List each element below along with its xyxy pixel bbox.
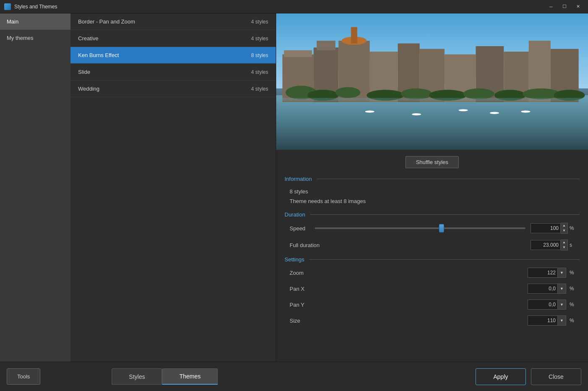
app-body: Main My themes Border - Pan and Zoom 4 s… — [0, 13, 588, 362]
size-dropdown-group: ▼ — [528, 315, 566, 326]
title-bar: Styles and Themes ─ ☐ ✕ — [0, 0, 588, 13]
pan-x-row: Pan X ▼ % — [285, 284, 580, 294]
duration-section-header: Duration — [285, 211, 580, 218]
style-count-info: 8 styles — [285, 187, 580, 196]
settings-divider — [309, 259, 580, 260]
close-window-button[interactable]: ✕ — [572, 3, 584, 11]
size-dropdown-arrow[interactable]: ▼ — [558, 315, 566, 326]
speed-slider-thumb[interactable] — [439, 224, 444, 232]
pan-x-input[interactable] — [528, 284, 558, 294]
pan-x-unit: % — [570, 286, 575, 292]
close-button[interactable]: Close — [531, 368, 581, 385]
svg-rect-1 — [276, 95, 588, 150]
pan-x-dropdown-arrow[interactable]: ▼ — [558, 284, 566, 294]
sidebar: Main My themes — [0, 13, 71, 362]
svg-rect-27 — [276, 98, 588, 101]
full-duration-number-group: ▲ ▼ s — [531, 240, 575, 250]
speed-spinner: ▲ ▼ — [561, 223, 568, 234]
theme-row-wedding[interactable]: Wedding 4 styles — [71, 81, 276, 97]
pan-y-dropdown-group: ▼ — [528, 300, 566, 310]
theme-row-border[interactable]: Border - Pan and Zoom 4 styles — [71, 13, 276, 30]
speed-down-button[interactable]: ▼ — [561, 228, 567, 233]
settings-label: Settings — [285, 256, 304, 263]
size-input-group: ▼ % — [528, 315, 575, 326]
speed-slider-area[interactable] — [315, 227, 525, 229]
bottom-left: Tools Styles Themes — [7, 368, 476, 385]
sidebar-item-my-themes[interactable]: My themes — [0, 30, 71, 46]
svg-point-28 — [365, 110, 374, 112]
size-label: Size — [290, 318, 344, 324]
speed-label: Speed — [290, 225, 315, 232]
full-duration-row: Full duration ▲ ▼ s — [285, 240, 580, 250]
svg-point-19 — [335, 87, 360, 98]
minimize-button[interactable]: ─ — [545, 3, 557, 11]
bottom-right: Apply Close — [476, 368, 581, 385]
svg-point-30 — [459, 109, 468, 111]
information-section-header: Information — [285, 176, 580, 182]
sidebar-item-main[interactable]: Main — [0, 13, 71, 30]
pan-y-unit: % — [570, 302, 575, 308]
svg-rect-3 — [284, 50, 312, 57]
zoom-label: Zoom — [290, 270, 344, 276]
speed-slider-track[interactable] — [315, 227, 525, 229]
svg-point-32 — [521, 110, 530, 112]
zoom-dropdown-group: ▼ — [528, 268, 566, 278]
shuffle-row: Shuffle styles — [285, 156, 580, 168]
full-duration-spinner: ▲ ▼ — [561, 240, 568, 250]
speed-unit: % — [570, 225, 575, 231]
right-panel: Shuffle styles Information 8 styles Them… — [276, 13, 588, 362]
size-row: Size ▼ % — [285, 315, 580, 326]
svg-point-29 — [412, 113, 421, 115]
svg-point-21 — [401, 89, 432, 99]
pan-y-input[interactable] — [528, 300, 558, 310]
preview-canvas — [276, 13, 588, 150]
shuffle-styles-button[interactable]: Shuffle styles — [405, 156, 459, 168]
pan-x-dropdown-group: ▼ — [528, 284, 566, 294]
size-input[interactable] — [528, 315, 558, 326]
theme-row-ken-burns[interactable]: Ken Burns Effect 8 styles — [71, 47, 276, 64]
speed-row: Speed ▲ ▼ % — [285, 223, 580, 234]
bottom-bar: Tools Styles Themes Apply Close — [0, 362, 588, 391]
speed-input-group: ▲ ▼ % — [531, 223, 575, 234]
speed-slider-fill — [315, 227, 441, 229]
pan-x-label: Pan X — [290, 286, 344, 292]
zoom-row: Zoom ▼ % — [285, 268, 580, 278]
theme-row-creative[interactable]: Creative 4 styles — [71, 30, 276, 47]
title-bar-title: Styles and Themes — [14, 4, 545, 10]
speed-up-button[interactable]: ▲ — [561, 223, 567, 228]
maximize-button[interactable]: ☐ — [559, 3, 570, 11]
apply-button[interactable]: Apply — [476, 368, 526, 385]
svg-rect-5 — [317, 41, 336, 50]
preview-area — [276, 13, 588, 150]
pan-y-row: Pan Y ▼ % — [285, 300, 580, 310]
tab-themes[interactable]: Themes — [162, 368, 218, 385]
information-divider — [317, 179, 580, 179]
duration-divider — [310, 214, 580, 215]
information-label: Information — [285, 176, 312, 182]
app-icon — [4, 3, 11, 10]
tab-styles[interactable]: Styles — [112, 368, 162, 385]
svg-point-31 — [490, 112, 499, 114]
duration-label: Duration — [285, 211, 305, 218]
full-duration-input-group: ▲ ▼ s — [531, 240, 575, 250]
pan-x-input-group: ▼ % — [528, 284, 575, 294]
pan-y-input-group: ▼ % — [528, 300, 575, 310]
svg-rect-8 — [351, 27, 357, 44]
full-duration-unit: s — [570, 242, 575, 248]
zoom-input[interactable] — [528, 268, 558, 278]
full-duration-up-button[interactable]: ▲ — [561, 240, 567, 245]
pan-y-label: Pan Y — [290, 302, 344, 308]
settings-scroll[interactable]: Shuffle styles Information 8 styles Them… — [276, 150, 588, 362]
tools-button[interactable]: Tools — [7, 368, 40, 385]
theme-list: Border - Pan and Zoom 4 styles Creative … — [71, 13, 276, 362]
pan-y-dropdown-arrow[interactable]: ▼ — [558, 300, 566, 310]
zoom-dropdown-arrow[interactable]: ▼ — [558, 268, 566, 278]
full-duration-down-button[interactable]: ▼ — [561, 245, 567, 250]
size-unit: % — [570, 318, 575, 323]
svg-point-23 — [463, 89, 494, 99]
zoom-unit: % — [570, 270, 575, 276]
theme-row-slide[interactable]: Slide 4 styles — [71, 64, 276, 81]
full-duration-label: Full duration — [290, 242, 344, 248]
speed-input[interactable] — [531, 223, 561, 233]
full-duration-input[interactable] — [531, 240, 561, 250]
